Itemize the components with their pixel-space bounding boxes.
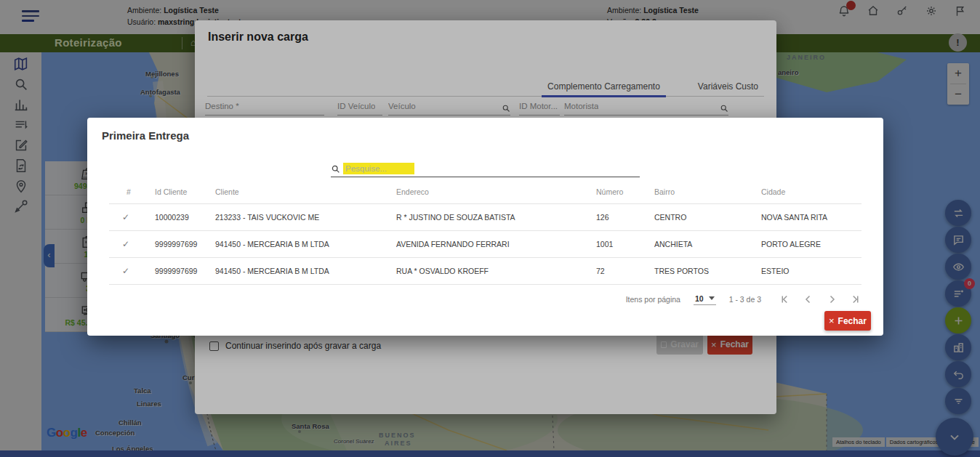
primeira-entrega-dialog: Primeira Entrega Pesquise... # Id Client… (87, 118, 883, 336)
check-icon[interactable] (109, 258, 155, 285)
search-placeholder-highlighted: Pesquise... (343, 163, 414, 174)
table-row[interactable]: 10000239 213233 - TAIS VUCKOVIC ME R * J… (109, 204, 861, 231)
first-page-button[interactable] (779, 293, 792, 306)
last-page-button[interactable] (848, 293, 861, 306)
close-dialog-button[interactable]: Fechar (824, 311, 871, 331)
pagination: Itens por página 10 1 - 3 de 3 (626, 291, 861, 308)
check-icon[interactable] (109, 231, 155, 258)
table-header-row: # Id Cliente Cliente Endereco Número Bai… (109, 187, 861, 204)
range-label: 1 - 3 de 3 (729, 295, 761, 304)
items-per-page-label: Itens por página (626, 295, 680, 304)
page-size-select[interactable]: 10 (694, 294, 716, 305)
dialog-title: Primeira Entrega (102, 129, 189, 142)
close-icon (829, 315, 835, 326)
app: Ambiente: Logística Teste Usuário: maxst… (0, 0, 980, 457)
check-icon[interactable] (109, 204, 155, 231)
search-icon (331, 163, 340, 173)
chevron-down-icon (709, 296, 715, 300)
table-row[interactable]: 9999997699 941450 - MERCEARIA B M LTDA A… (109, 231, 861, 258)
prev-page-button[interactable] (802, 293, 815, 306)
next-page-button[interactable] (825, 293, 838, 306)
search-input[interactable]: Pesquise... (331, 160, 640, 177)
table-row[interactable]: 9999997699 941450 - MERCEARIA B M LTDA R… (109, 258, 861, 285)
deliveries-table: # Id Cliente Cliente Endereco Número Bai… (109, 187, 861, 285)
